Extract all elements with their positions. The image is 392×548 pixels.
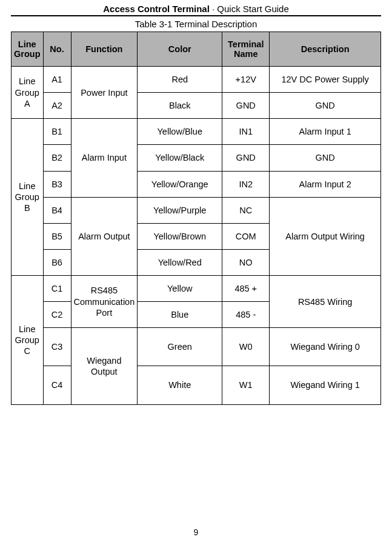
th-description: Description [270, 32, 381, 67]
cell-color: Yellow/Black [138, 145, 222, 171]
cell-term: 485 - [222, 302, 270, 328]
cell-func: Wiegand Output [71, 328, 138, 404]
caption-label: Table 3-1 [135, 19, 173, 29]
header-sep: · [212, 4, 214, 14]
th-color: Color [138, 32, 222, 67]
table-row: Line Group C C1 RS485 Communication Port… [12, 276, 381, 302]
cell-term: NO [222, 249, 270, 275]
header-title-bold: Access Control Terminal [103, 4, 210, 14]
table-row: Line Group A A1 Power Input Red +12V 12V… [12, 67, 381, 93]
cell-no: A2 [43, 93, 71, 119]
page-header: Access Control Terminal · Quick Start Gu… [11, 4, 381, 16]
cell-term: NC [222, 197, 270, 223]
cell-color: Yellow/Blue [138, 119, 222, 145]
cell-term: IN2 [222, 171, 270, 197]
table-header-row: Line Group No. Function Color Terminal N… [12, 32, 381, 67]
cell-group-a: Line Group A [12, 67, 44, 119]
cell-func: Alarm Input [71, 119, 138, 197]
th-function: Function [71, 32, 138, 67]
table-row: C4 White W1 Wiegand Wiring 1 [12, 366, 381, 404]
cell-term: +12V [222, 67, 270, 93]
cell-desc: Alarm Input 2 [270, 171, 381, 197]
cell-term: COM [222, 223, 270, 249]
cell-color: Yellow/Purple [138, 197, 222, 223]
cell-desc: GND [270, 93, 381, 119]
cell-no: B4 [43, 197, 71, 223]
cell-color: Yellow [138, 276, 222, 302]
cell-no: B3 [43, 171, 71, 197]
cell-func: Alarm Output [71, 197, 138, 275]
cell-term: W1 [222, 366, 270, 404]
cell-no: A1 [43, 67, 71, 93]
table-row: C3 Wiegand Output Green W0 Wiegand Wirin… [12, 328, 381, 366]
cell-color: Red [138, 67, 222, 93]
cell-desc: RS485 Wiring [270, 276, 381, 328]
cell-no: B5 [43, 223, 71, 249]
th-terminal-name: Terminal Name [222, 32, 270, 67]
cell-term: GND [222, 93, 270, 119]
cell-func: Power Input [71, 67, 138, 119]
page-number: 9 [0, 527, 392, 537]
cell-color: Yellow/Red [138, 249, 222, 275]
cell-desc: Alarm Input 1 [270, 119, 381, 145]
th-no: No. [43, 32, 71, 67]
cell-desc: GND [270, 145, 381, 171]
cell-no: B6 [43, 249, 71, 275]
cell-color: Yellow/Orange [138, 171, 222, 197]
cell-term: 485 + [222, 276, 270, 302]
cell-group-c: Line Group C [12, 276, 44, 405]
cell-func: RS485 Communication Port [71, 276, 138, 328]
cell-term: W0 [222, 328, 270, 366]
table-row: B2 Yellow/Black GND GND [12, 145, 381, 171]
cell-term: GND [222, 145, 270, 171]
terminal-table: Line Group No. Function Color Terminal N… [11, 32, 381, 405]
cell-color: White [138, 366, 222, 404]
cell-no: C4 [43, 366, 71, 404]
cell-no: C1 [43, 276, 71, 302]
cell-color: Black [138, 93, 222, 119]
cell-no: C3 [43, 328, 71, 366]
table-row: Line Group B B1 Alarm Input Yellow/Blue … [12, 119, 381, 145]
caption-text: Terminal Description [174, 19, 257, 29]
cell-desc: Wiegand Wiring 1 [270, 366, 381, 404]
table-caption: Table 3-1 Terminal Description [11, 19, 381, 29]
cell-no: B1 [43, 119, 71, 145]
cell-color: Blue [138, 302, 222, 328]
cell-no: C2 [43, 302, 71, 328]
cell-desc: Wiegand Wiring 0 [270, 328, 381, 366]
cell-term: IN1 [222, 119, 270, 145]
table-row: A2 Black GND GND [12, 93, 381, 119]
header-title-light: Quick Start Guide [217, 4, 288, 14]
table-row: B4 Alarm Output Yellow/Purple NC Alarm O… [12, 197, 381, 223]
cell-color: Yellow/Brown [138, 223, 222, 249]
table-row: B3 Yellow/Orange IN2 Alarm Input 2 [12, 171, 381, 197]
cell-color: Green [138, 328, 222, 366]
cell-desc: 12V DC Power Supply [270, 67, 381, 93]
th-line-group: Line Group [12, 32, 44, 67]
cell-no: B2 [43, 145, 71, 171]
cell-group-b: Line Group B [12, 119, 44, 276]
cell-desc: Alarm Output Wiring [270, 197, 381, 275]
